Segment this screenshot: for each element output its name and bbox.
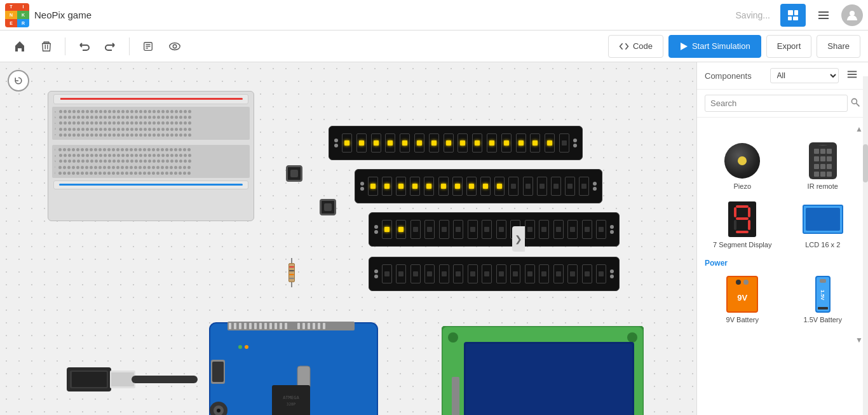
undo-btn[interactable] [72, 34, 96, 58]
svg-rect-70 [466, 344, 632, 415]
panel-scrollbar-thumb[interactable] [863, 144, 868, 182]
share-btn[interactable]: Share [817, 35, 860, 58]
svg-rect-39 [318, 323, 320, 329]
svg-rect-40 [323, 323, 325, 329]
usb-cable[interactable] [67, 351, 213, 411]
svg-rect-77 [734, 207, 736, 217]
list-view-toggle-btn[interactable] [811, 4, 836, 27]
neopixel-strip-2[interactable] [355, 169, 602, 203]
svg-rect-36 [302, 323, 305, 329]
editor-view-btn[interactable] [780, 4, 806, 27]
svg-rect-35 [297, 323, 300, 329]
visibility-btn[interactable] [163, 34, 187, 58]
svg-rect-17 [72, 372, 107, 387]
svg-rect-73 [848, 77, 857, 78]
svg-rect-28 [254, 323, 257, 329]
svg-point-13 [173, 44, 176, 48]
svg-rect-23 [229, 323, 231, 329]
svg-rect-0 [788, 10, 793, 15]
user-avatar[interactable] [841, 4, 863, 26]
lcd-display[interactable] [442, 326, 644, 415]
tinkercad-logo[interactable]: T I N K E R [5, 3, 29, 27]
panel-collapse-arrow[interactable]: ❯ [512, 226, 525, 252]
list-view-btn[interactable] [844, 67, 860, 84]
scroll-down-btn[interactable]: ▼ [855, 336, 863, 344]
svg-point-65 [627, 332, 637, 343]
components-filter-dropdown[interactable]: All Basic Power [770, 68, 839, 83]
neopixel-strip-4[interactable] [369, 257, 620, 291]
svg-point-54 [245, 345, 248, 349]
logo-e: E [5, 19, 17, 27]
svg-rect-3 [793, 17, 798, 20]
svg-rect-24 [234, 323, 236, 329]
15v-battery-label: 1.5V Battery [803, 316, 842, 323]
share-btn-label: Share [827, 41, 850, 51]
svg-rect-25 [239, 323, 241, 329]
logo-r: R [17, 19, 29, 27]
app-title: NeoPix game [34, 10, 380, 20]
toolbar-divider-1 [65, 37, 65, 55]
svg-rect-71 [848, 71, 857, 72]
svg-point-74 [851, 99, 857, 104]
components-header-label: Components [705, 71, 765, 81]
toolbar: Code Start Simulation Export Share [0, 31, 868, 62]
note-btn[interactable] [136, 34, 160, 58]
9v-battery-label: 9V Battery [726, 316, 759, 323]
component-7seg[interactable]: 7 Segment Display [702, 195, 783, 254]
components-panel: Components All Basic Power ▲ [696, 62, 868, 415]
toolbar-divider-2 [129, 37, 130, 55]
ir-remote-label: IR remote [808, 182, 838, 190]
component-ir-remote[interactable]: IR remote [783, 137, 864, 195]
scroll-up-btn[interactable]: ▲ [855, 125, 863, 133]
svg-rect-80 [734, 220, 736, 230]
svg-point-7 [850, 11, 855, 16]
lcd16x2-label: LCD 16 x 2 [805, 241, 840, 248]
canvas-area[interactable]: a b c d e f g h i j [0, 62, 696, 415]
breadboard[interactable]: a b c d e f g h i j [48, 91, 254, 221]
rotate-handle[interactable] [8, 70, 29, 92]
svg-rect-42 [212, 362, 224, 382]
svg-rect-72 [848, 74, 857, 75]
components-grid: ▲ Piezo [697, 118, 868, 415]
svg-line-75 [857, 103, 860, 106]
neopixel-strip-3[interactable] [369, 212, 620, 247]
logo-n: N [5, 11, 17, 19]
lcd16x2-thumbnail [801, 200, 845, 238]
svg-rect-27 [249, 323, 252, 329]
export-btn[interactable]: Export [766, 35, 812, 58]
simulate-btn-label: Start Simulation [692, 41, 750, 51]
code-btn[interactable]: Code [608, 35, 663, 58]
9v-battery-thumbnail: 9V [720, 275, 764, 313]
topbar: T I N K E R NeoPix game Saving... [0, 0, 868, 31]
svg-rect-2 [788, 17, 792, 20]
svg-rect-37 [308, 323, 310, 329]
trash-btn[interactable] [34, 34, 58, 58]
resistor[interactable] [288, 258, 295, 289]
piezo-thumbnail [720, 142, 764, 180]
svg-rect-76 [736, 205, 749, 208]
component-lcd16x2[interactable]: LCD 16 x 2 [783, 195, 864, 254]
search-input[interactable] [705, 95, 848, 112]
component-9v-battery[interactable]: 9V 9V Battery [702, 270, 783, 329]
component-piezo[interactable]: Piezo [702, 137, 783, 195]
component-15v-battery[interactable]: 1.5V 1.5V Battery [783, 270, 864, 329]
logo-t: T [5, 3, 17, 11]
toolbar-right: Code Start Simulation Export Share [608, 35, 860, 58]
svg-rect-79 [736, 217, 749, 220]
arduino-uno[interactable]: ATMEGA 328P ⊕ UNO ARDUINO RESET POWER AN… [208, 322, 379, 415]
home-btn[interactable] [8, 34, 32, 58]
panel-scrollbar [863, 76, 868, 415]
redo-btn[interactable] [98, 34, 123, 58]
search-submit-btn[interactable] [850, 97, 860, 110]
svg-text:328P: 328P [287, 402, 296, 406]
svg-point-53 [238, 345, 242, 349]
push-button-1[interactable] [286, 165, 302, 182]
svg-point-45 [217, 409, 220, 412]
export-btn-label: Export [777, 41, 801, 51]
svg-rect-29 [259, 323, 262, 329]
simulate-btn[interactable]: Start Simulation [668, 35, 761, 58]
neopixel-strip-1[interactable] [329, 126, 583, 160]
svg-rect-82 [736, 231, 749, 233]
saving-indicator: Saving... [736, 10, 770, 20]
push-button-2[interactable] [320, 199, 336, 215]
